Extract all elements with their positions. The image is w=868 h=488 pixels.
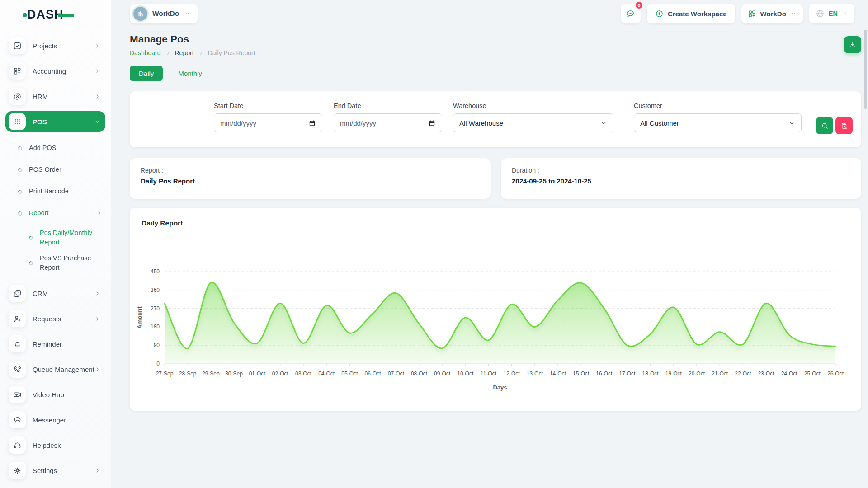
sidebar-nav: ProjectsAccountingHRMPOSAdd POSPOS Order… — [5, 29, 106, 481]
reset-filter-button[interactable] — [835, 117, 853, 134]
chevron-right-icon — [94, 93, 101, 100]
end-date-input[interactable]: mm/dd/yyyy — [334, 113, 442, 132]
reminder-icon — [13, 340, 22, 348]
sidebar-item-projects[interactable]: Projects — [5, 35, 105, 56]
download-report-button[interactable] — [844, 36, 861, 53]
filters-panel: Start Date mm/dd/yyyy End Date mm/dd/yyy… — [130, 91, 861, 147]
workspace-menu-button[interactable]: WorkDo — [741, 4, 803, 23]
page-scrollbar[interactable] — [864, 30, 867, 109]
sidebar-item-report[interactable]: Report — [5, 202, 105, 224]
sidebar-item-pos-vs-purchase-report[interactable]: Pos VS Purchase Report — [5, 250, 105, 276]
sidebar-item-pos[interactable]: POS — [5, 111, 105, 132]
topbar: WorkDo 0 Create Workspace WorkDo EN — [111, 0, 868, 27]
sidebar-item-label: POS Order — [29, 165, 103, 174]
brand-logo[interactable]: DASH — [5, 0, 106, 29]
plus-circle-icon — [655, 9, 664, 18]
end-date-label: End Date — [334, 102, 442, 109]
sidebar-item-messenger[interactable]: Messenger — [5, 409, 105, 430]
duration-summary-card: Duration : 2024-09-25 to 2024-10-25 — [501, 158, 861, 199]
sidebar-item-label: Queue Management — [33, 366, 94, 373]
sidebar-item-pos-order[interactable]: POS Order — [5, 159, 105, 181]
sidebar-item-pos-daily-monthly-report[interactable]: Pos Daily/Monthly Report — [5, 225, 105, 250]
x-tick-label: 06-Oct — [365, 371, 382, 377]
sidebar-item-label: Video Hub — [33, 391, 101, 399]
chat-icon — [626, 9, 635, 19]
sidebar-item-reminder[interactable]: Reminder — [5, 333, 105, 354]
messages-badge: 0 — [635, 1, 643, 9]
sidebar-item-label: CRM — [33, 290, 94, 297]
daily-report-card: Daily Report 09018027036045027-Sep28-Sep… — [130, 208, 861, 411]
create-workspace-label: Create Workspace — [668, 10, 727, 18]
duration-label: Duration : — [512, 167, 850, 174]
calendar-icon[interactable] — [308, 119, 316, 127]
sidebar-icon-tile — [9, 88, 26, 105]
video-icon — [13, 390, 22, 399]
chevron-down-icon — [842, 10, 848, 17]
workspace-selector[interactable]: WorkDo — [130, 4, 198, 23]
sidebar-item-label: Reminder — [33, 340, 101, 348]
workspace-avatar — [133, 7, 147, 21]
reset-filter-icon — [840, 122, 848, 130]
sidebar-sub-list: Add POSPOS OrderPrint BarcodeReportPos D… — [5, 136, 105, 283]
building-icon — [137, 10, 144, 18]
breadcrumb-report[interactable]: Report — [175, 49, 194, 56]
apply-filter-button[interactable] — [816, 117, 833, 134]
sidebar-icon-tile — [9, 411, 26, 428]
language-selector[interactable]: EN — [809, 4, 854, 23]
grid-plus-icon — [748, 9, 756, 18]
x-tick-label: 13-Oct — [527, 371, 543, 377]
sidebar-item-hrm[interactable]: HRM — [5, 86, 105, 107]
y-tick-label: 450 — [151, 268, 160, 275]
chevron-right-icon — [94, 68, 101, 75]
chevron-down-icon — [600, 120, 607, 127]
sidebar-icon-tile — [9, 113, 26, 130]
sidebar-item-settings[interactable]: Settings — [5, 460, 105, 481]
search-icon — [821, 122, 829, 130]
bullet-icon — [17, 211, 23, 216]
projects-icon — [13, 42, 22, 50]
sidebar-item-print-barcode[interactable]: Print Barcode — [5, 181, 105, 202]
tab-daily[interactable]: Daily — [130, 66, 163, 81]
sidebar-item-helpdesk[interactable]: Helpdesk — [5, 435, 105, 455]
warehouse-select[interactable]: All Warehouse — [453, 113, 613, 132]
x-axis-title: Days — [493, 384, 507, 391]
x-tick-label: 01-Oct — [249, 371, 266, 377]
y-tick-label: 0 — [156, 361, 160, 367]
calendar-icon[interactable] — [428, 119, 436, 127]
bullet-icon — [17, 167, 23, 173]
y-tick-label: 90 — [154, 342, 160, 348]
download-icon — [849, 41, 857, 49]
x-tick-label: 15-Oct — [573, 371, 590, 377]
breadcrumb: DashboardReportDaily Pos Report — [130, 49, 255, 56]
sidebar-item-crm[interactable]: CRM — [5, 283, 105, 304]
x-tick-label: 02-Oct — [272, 371, 289, 377]
workspace-name: WorkDo — [152, 9, 179, 18]
sidebar-item-add-pos[interactable]: Add POS — [5, 137, 105, 159]
x-tick-label: 23-Oct — [758, 371, 774, 377]
y-tick-label: 180 — [151, 324, 160, 330]
sidebar-item-requests[interactable]: Requests — [5, 308, 105, 329]
sidebar-item-accounting[interactable]: Accounting — [5, 61, 105, 81]
sidebar-item-label: HRM — [33, 93, 94, 100]
warehouse-label: Warehouse — [453, 102, 613, 109]
x-tick-label: 26-Oct — [827, 371, 844, 377]
sidebar: DASH ProjectsAccountingHRMPOSAdd POSPOS … — [0, 0, 111, 488]
daily-report-chart: 09018027036045027-Sep28-Sep29-Sep30-Sep0… — [130, 251, 861, 407]
chevron-right-icon — [94, 42, 101, 49]
messages-button[interactable]: 0 — [621, 4, 641, 23]
x-tick-label: 22-Oct — [735, 371, 751, 377]
x-tick-label: 03-Oct — [295, 371, 312, 377]
customer-value: All Customer — [640, 119, 788, 127]
report-label: Report : — [141, 167, 480, 174]
sidebar-item-queue-management[interactable]: Queue Management — [5, 359, 105, 380]
start-date-placeholder: mm/dd/yyyy — [220, 119, 308, 127]
x-tick-label: 29-Sep — [202, 371, 220, 377]
hrm-icon — [13, 92, 22, 101]
workspace-menu-label: WorkDo — [760, 10, 786, 18]
breadcrumb-dashboard[interactable]: Dashboard — [130, 49, 161, 56]
create-workspace-button[interactable]: Create Workspace — [647, 4, 735, 23]
sidebar-item-video-hub[interactable]: Video Hub — [5, 384, 105, 405]
customer-select[interactable]: All Customer — [634, 113, 802, 132]
start-date-input[interactable]: mm/dd/yyyy — [214, 113, 322, 132]
tab-monthly[interactable]: Monthly — [175, 69, 205, 78]
